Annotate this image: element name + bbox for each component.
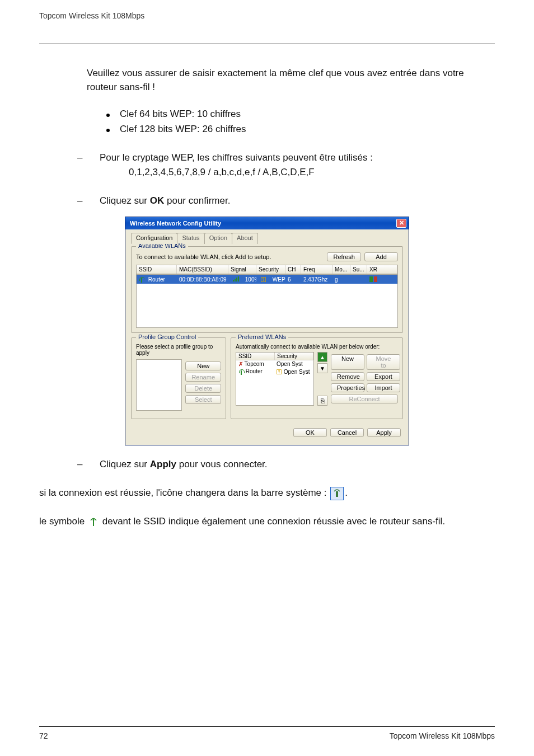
row-freq: 2.437Ghz — [301, 276, 332, 283]
col-ssid[interactable]: SSID — [137, 265, 177, 274]
tray-icon — [330, 487, 344, 500]
preferred-hint: Automatically connect to available WLAN … — [236, 344, 398, 350]
cancel-button[interactable]: Cancel — [330, 428, 364, 437]
apply-bold: Apply — [150, 459, 176, 469]
pref-r2-ssid: Router — [246, 368, 263, 374]
header-title: Topcom Wireless Kit 108Mbps — [39, 11, 495, 21]
antenna-icon — [238, 369, 244, 375]
xr-bar-1 — [369, 276, 373, 282]
wep-line: – Pour le cryptage WEP, les chiffres sui… — [77, 151, 495, 165]
row-mac: 00:0D:88:B0:A8:09 — [177, 276, 228, 283]
ok-bold: OK — [150, 195, 165, 206]
bullet-2: Clef 128 bits WEP: 26 chiffres — [120, 123, 246, 137]
x-icon: ✗ — [238, 361, 243, 367]
pref-moveto-button[interactable]: Move to — [367, 354, 400, 370]
window-title: Wireless Network Config Utility — [130, 220, 221, 227]
ok-prefix: Cliquez sur — [100, 195, 150, 206]
profile-hint: Please select a profile group to apply — [136, 344, 221, 356]
row-ssid: Router — [146, 276, 167, 283]
col-mac[interactable]: MAC(BSSID) — [177, 265, 228, 274]
col-security[interactable]: Security — [256, 265, 285, 274]
ok-button[interactable]: OK — [293, 428, 327, 437]
pref-r2-sec: Open Syst — [284, 369, 310, 375]
apply-prefix: Cliquez sur — [100, 459, 150, 469]
col-signal[interactable]: Signal — [228, 265, 256, 274]
pref-reconnect-button[interactable]: ReConnect — [331, 395, 398, 403]
tray-line: si la connexion est réussie, l'icône cha… — [39, 486, 495, 500]
dash-icon: – — [77, 458, 85, 472]
refresh-button[interactable]: Refresh — [327, 252, 361, 261]
col-mode[interactable]: Mo... — [332, 265, 350, 274]
key-icon: ⚿ — [259, 276, 269, 283]
pref-import-button[interactable]: Import — [367, 383, 400, 392]
available-columns: SSID MAC(BSSID) Signal Security CH Freq … — [136, 265, 398, 274]
wep-text: Pour le cryptage WEP, les chiffres suiva… — [100, 151, 373, 165]
signal-icon — [231, 276, 241, 281]
config-window: Wireless Network Config Utility ✕ Config… — [125, 217, 409, 445]
preferred-list[interactable]: SSID Security ✗ Topcom Open Syst — [236, 352, 314, 406]
svg-point-2 — [93, 519, 95, 521]
pref-properties-button[interactable]: Properties — [331, 383, 364, 392]
available-list[interactable]: Router 00:0D:88:B0:A8:09 100% ⚿ WEP 6 2.… — [136, 274, 398, 328]
intro-paragraph: Veuillez vous assurer de saisir exacteme… — [87, 67, 495, 94]
tray-text: si la connexion est réussie, l'icône cha… — [39, 487, 329, 498]
close-button[interactable]: ✕ — [396, 219, 406, 228]
tab-option[interactable]: Option — [204, 233, 232, 244]
wep-chars: 0,1,2,3,4,5,6,7,8,9 / a,b,c,d,e,f / A,B,… — [129, 166, 495, 180]
antenna-icon — [139, 277, 144, 283]
key-icon: ⚿ — [277, 369, 282, 375]
apply-suffix: pour vous connecter. — [176, 459, 268, 469]
pref-r1-sec: Open Syst — [277, 361, 311, 367]
move-down-button[interactable]: ▼ — [317, 363, 327, 373]
ok-suffix: pour confirmer. — [164, 195, 230, 206]
row-ch: 6 — [285, 276, 301, 283]
footer-brand: Topcom Wireless Kit 108Mbps — [390, 731, 495, 740]
footer-rule — [39, 726, 495, 727]
tab-about[interactable]: About — [232, 233, 258, 244]
profile-new-button[interactable]: New — [185, 361, 221, 370]
pref-new-button[interactable]: New — [331, 354, 364, 370]
header-rule — [39, 44, 495, 44]
pref-col-ssid[interactable]: SSID — [236, 353, 275, 360]
col-xr[interactable]: XR — [367, 265, 397, 274]
available-hint: To connect to available WLAN, click Add … — [136, 253, 271, 260]
bullet-icon — [106, 114, 110, 117]
row-signal: 100% — [243, 276, 256, 283]
profile-list[interactable] — [136, 359, 182, 411]
profile-legend: Profile Group Control — [136, 334, 198, 340]
apply-button[interactable]: Apply — [367, 428, 401, 437]
preferred-group: Preferred WLANs Automatically connect to… — [231, 337, 403, 419]
col-su[interactable]: Su... — [350, 265, 367, 274]
disconnect-button[interactable]: ⎘ — [317, 396, 327, 406]
pref-remove-button[interactable]: Remove — [331, 372, 364, 381]
row-security: WEP — [270, 276, 285, 283]
pref-r1-ssid: Topcom — [245, 361, 264, 367]
profile-delete-button[interactable]: Delete — [185, 384, 221, 393]
profile-select-button[interactable]: Select — [185, 395, 221, 404]
symbol-prefix: le symbole — [39, 516, 85, 527]
key-bullets: Clef 64 bits WEP: 10 chiffres Clef 128 b… — [106, 107, 495, 136]
col-freq[interactable]: Freq — [301, 265, 332, 274]
add-button[interactable]: Add — [364, 252, 398, 261]
available-row-router[interactable]: Router 00:0D:88:B0:A8:09 100% ⚿ WEP 6 2.… — [137, 275, 397, 284]
move-up-button[interactable]: ▲ — [317, 352, 327, 362]
tab-configuration[interactable]: Configuration — [131, 233, 177, 244]
symbol-suffix: devant le SSID indique également une con… — [102, 516, 445, 527]
preferred-legend: Preferred WLANs — [236, 334, 288, 340]
profile-group: Profile Group Control Please select a pr… — [131, 337, 226, 419]
pref-export-button[interactable]: Export — [367, 372, 400, 381]
window-titlebar: Wireless Network Config Utility ✕ — [125, 217, 409, 229]
bullet-1: Clef 64 bits WEP: 10 chiffres — [120, 107, 241, 121]
svg-rect-0 — [336, 491, 338, 497]
row-mode: g — [332, 276, 350, 283]
preferred-row-router[interactable]: Router ⚿ Open Syst — [236, 368, 313, 375]
profile-rename-button[interactable]: Rename — [185, 373, 221, 382]
xr-bar-2 — [374, 276, 377, 282]
pref-col-security[interactable]: Security — [275, 353, 313, 360]
page-number: 72 — [39, 731, 48, 740]
available-wlans-group: Available WLANs To connect to available … — [131, 246, 403, 333]
ok-line: – Cliquez sur OK pour confirmer. — [77, 194, 495, 208]
col-ch[interactable]: CH — [285, 265, 301, 274]
preferred-row-topcom[interactable]: ✗ Topcom Open Syst — [236, 360, 313, 368]
symbol-line: le symbole devant le SSID indique égalem… — [39, 515, 495, 529]
